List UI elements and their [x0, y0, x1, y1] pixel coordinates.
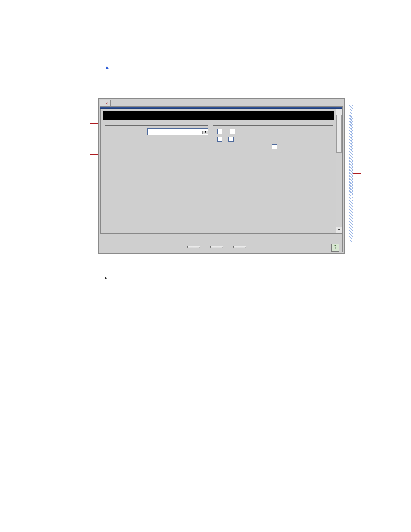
horizontal-scrollbar[interactable]	[100, 233, 342, 240]
save-close-button[interactable]	[233, 246, 246, 248]
triangle-icon: ▲	[105, 65, 109, 70]
screenshot-nv9603a-config: × ▴▾	[98, 98, 345, 254]
revert-to-saved-button[interactable]	[187, 246, 200, 248]
panel-image	[103, 111, 334, 120]
checkbox-asterisk-breakaway[interactable]	[272, 144, 279, 149]
save-button[interactable]	[210, 246, 223, 248]
checkbox-source-master-default[interactable]	[230, 129, 237, 134]
checkbox-hide-sources[interactable]	[217, 137, 224, 142]
section-button-definitions	[105, 125, 208, 126]
section-panel-options	[213, 125, 333, 126]
checkbox-continuous-scrolling[interactable]	[228, 137, 235, 142]
window-tab[interactable]: ×	[100, 100, 111, 106]
scroll-up-icon[interactable]: ▴	[336, 109, 342, 115]
button-type-select[interactable]: ▼	[147, 128, 208, 135]
checkbox-user-programmable-id[interactable]	[217, 129, 224, 134]
chevron-down-icon: ▼	[202, 131, 208, 134]
note-line: ▲	[105, 64, 381, 71]
close-icon[interactable]: ×	[106, 101, 108, 106]
header-rule	[30, 50, 381, 50]
figure-configuration-page: × ▴▾	[43, 98, 388, 258]
footer-toolbar: ?	[100, 240, 342, 252]
help-icon[interactable]: ?	[331, 244, 339, 252]
vertical-scrollbar[interactable]: ▴▾	[336, 109, 342, 233]
scroll-down-icon[interactable]: ▾	[336, 227, 342, 233]
